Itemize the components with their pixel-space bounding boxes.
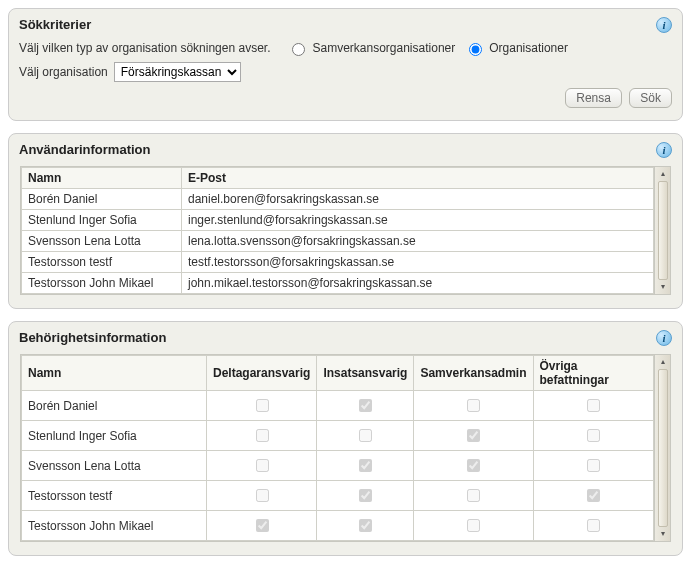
scroll-down-icon[interactable]: ▾ <box>661 529 665 539</box>
cell-insats <box>317 511 414 541</box>
cell-name: Testorsson John Mikael <box>22 511 207 541</box>
insats-checkbox[interactable] <box>359 459 372 472</box>
cell-name: Svensson Lena Lotta <box>22 451 207 481</box>
cell-name: Borén Daniel <box>22 391 207 421</box>
samverkan-checkbox[interactable] <box>467 459 480 472</box>
col-name: Namn <box>22 356 207 391</box>
deltagar-checkbox[interactable] <box>256 519 269 532</box>
insats-checkbox[interactable] <box>359 519 372 532</box>
cell-samverkan <box>414 481 533 511</box>
table-row[interactable]: Testorsson testftestf.testorsson@forsakr… <box>22 252 654 273</box>
insats-checkbox[interactable] <box>359 489 372 502</box>
clear-button[interactable]: Rensa <box>565 88 622 108</box>
perm-panel: i Behörighetsinformation Namn Deltagaran… <box>8 321 683 556</box>
cell-ovriga <box>533 451 654 481</box>
cell-ovriga <box>533 391 654 421</box>
cell-insats <box>317 451 414 481</box>
cell-name: Svensson Lena Lotta <box>22 231 182 252</box>
deltagar-checkbox[interactable] <box>256 459 269 472</box>
radio-organisationer[interactable] <box>469 43 482 56</box>
deltagar-checkbox[interactable] <box>256 429 269 442</box>
cell-insats <box>317 391 414 421</box>
table-row[interactable]: Svensson Lena Lotta <box>22 451 654 481</box>
col-email: E-Post <box>182 168 654 189</box>
cell-name: Testorsson testf <box>22 252 182 273</box>
table-row[interactable]: Testorsson John Mikael <box>22 511 654 541</box>
samverkan-checkbox[interactable] <box>467 429 480 442</box>
radio-samverkan-label: Samverkansorganisationer <box>312 41 455 55</box>
ovriga-checkbox[interactable] <box>587 459 600 472</box>
col-name: Namn <box>22 168 182 189</box>
scroll-down-icon[interactable]: ▾ <box>661 282 665 292</box>
cell-deltagar <box>207 421 317 451</box>
ovriga-checkbox[interactable] <box>587 429 600 442</box>
info-icon[interactable]: i <box>656 17 672 33</box>
info-icon[interactable]: i <box>656 330 672 346</box>
cell-deltagar <box>207 451 317 481</box>
table-row[interactable]: Borén Danieldaniel.boren@forsakringskass… <box>22 189 654 210</box>
userinfo-title: Användarinformation <box>19 142 672 157</box>
org-select-label: Välj organisation <box>19 65 108 79</box>
cell-deltagar <box>207 511 317 541</box>
cell-email: inger.stenlund@forsakringskassan.se <box>182 210 654 231</box>
samverkan-checkbox[interactable] <box>467 489 480 502</box>
scroll-up-icon[interactable]: ▴ <box>661 169 665 179</box>
scroll-up-icon[interactable]: ▴ <box>661 357 665 367</box>
cell-name: Stenlund Inger Sofia <box>22 210 182 231</box>
cell-ovriga <box>533 481 654 511</box>
insats-checkbox[interactable] <box>359 429 372 442</box>
table-row[interactable]: Stenlund Inger Sofia <box>22 421 654 451</box>
samverkan-checkbox[interactable] <box>467 399 480 412</box>
ovriga-checkbox[interactable] <box>587 399 600 412</box>
perm-title: Behörighetsinformation <box>19 330 672 345</box>
cell-email: lena.lotta.svensson@forsakringskassan.se <box>182 231 654 252</box>
search-panel: i Sökkriterier Välj vilken typ av organi… <box>8 8 683 121</box>
info-icon[interactable]: i <box>656 142 672 158</box>
cell-name: Stenlund Inger Sofia <box>22 421 207 451</box>
scrollbar[interactable]: ▴ ▾ <box>655 166 671 295</box>
col-samverkan: Samverkansadmin <box>414 356 533 391</box>
cell-email: daniel.boren@forsakringskassan.se <box>182 189 654 210</box>
scrollbar[interactable]: ▴ ▾ <box>655 354 671 542</box>
cell-samverkan <box>414 451 533 481</box>
ovriga-checkbox[interactable] <box>587 489 600 502</box>
insats-checkbox[interactable] <box>359 399 372 412</box>
table-row[interactable]: Stenlund Inger Sofiainger.stenlund@forsa… <box>22 210 654 231</box>
cell-samverkan <box>414 511 533 541</box>
col-ovriga: Övriga befattningar <box>533 356 654 391</box>
table-row[interactable]: Borén Daniel <box>22 391 654 421</box>
cell-deltagar <box>207 391 317 421</box>
cell-name: Testorsson testf <box>22 481 207 511</box>
scroll-thumb[interactable] <box>658 369 668 527</box>
org-type-label: Välj vilken typ av organisation sökninge… <box>19 41 270 55</box>
radio-organisationer-label: Organisationer <box>489 41 568 55</box>
cell-name: Borén Daniel <box>22 189 182 210</box>
cell-name: Testorsson John Mikael <box>22 273 182 294</box>
search-title: Sökkriterier <box>19 17 672 32</box>
col-deltagar: Deltagaransvarig <box>207 356 317 391</box>
table-row[interactable]: Svensson Lena Lottalena.lotta.svensson@f… <box>22 231 654 252</box>
search-button[interactable]: Sök <box>629 88 672 108</box>
cell-deltagar <box>207 481 317 511</box>
deltagar-checkbox[interactable] <box>256 399 269 412</box>
perm-table: Namn Deltagaransvarig Insatsansvarig Sam… <box>21 355 654 541</box>
userinfo-panel: i Användarinformation Namn E-Post Borén … <box>8 133 683 309</box>
samverkan-checkbox[interactable] <box>467 519 480 532</box>
cell-insats <box>317 481 414 511</box>
cell-ovriga <box>533 511 654 541</box>
org-select[interactable]: Försäkringskassan <box>114 62 241 82</box>
deltagar-checkbox[interactable] <box>256 489 269 502</box>
cell-ovriga <box>533 421 654 451</box>
radio-samverkan[interactable] <box>292 43 305 56</box>
col-insats: Insatsansvarig <box>317 356 414 391</box>
ovriga-checkbox[interactable] <box>587 519 600 532</box>
table-row[interactable]: Testorsson testf <box>22 481 654 511</box>
cell-email: testf.testorsson@forsakringskassan.se <box>182 252 654 273</box>
userinfo-table: Namn E-Post Borén Danieldaniel.boren@for… <box>21 167 654 294</box>
cell-samverkan <box>414 391 533 421</box>
cell-insats <box>317 421 414 451</box>
cell-email: john.mikael.testorsson@forsakringskassan… <box>182 273 654 294</box>
table-row[interactable]: Testorsson John Mikaeljohn.mikael.testor… <box>22 273 654 294</box>
scroll-thumb[interactable] <box>658 181 668 280</box>
cell-samverkan <box>414 421 533 451</box>
